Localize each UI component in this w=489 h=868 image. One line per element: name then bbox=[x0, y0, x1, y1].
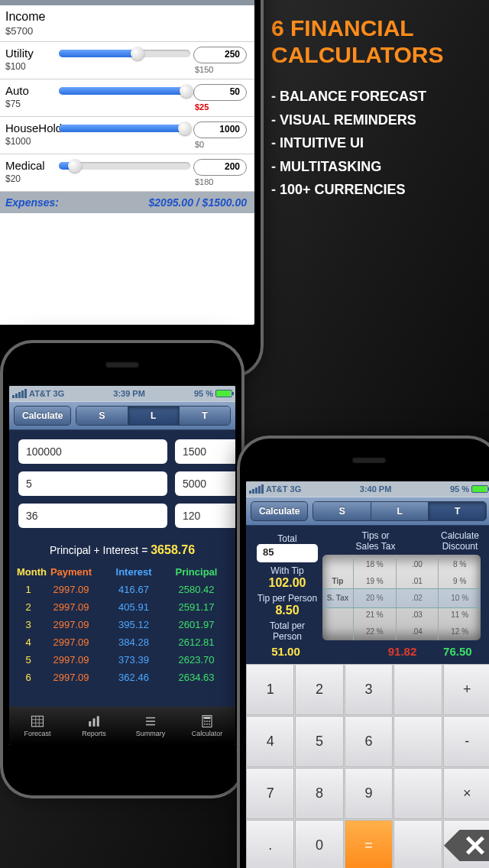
bullet: 100+ CURRENCIES bbox=[271, 178, 470, 202]
bullet: BALANCE FORECAST bbox=[271, 85, 470, 108]
expenses-summary: Expenses: $2095.00 / $1500.00 bbox=[0, 192, 254, 213]
bottom-tabbar: Forecast Reports Summary Calculator bbox=[9, 707, 235, 745]
key-9[interactable]: 9 bbox=[345, 768, 393, 819]
key-.[interactable]: . bbox=[246, 820, 294, 868]
tip-pp-value: 8.50 bbox=[257, 604, 318, 617]
svg-point-13 bbox=[204, 721, 206, 722]
svg-rect-12 bbox=[204, 717, 211, 719]
principal-interest-line: Principal + Interest = 3658.76 bbox=[9, 537, 235, 563]
key-blank bbox=[393, 768, 442, 819]
key-blank bbox=[393, 664, 442, 715]
budget-row[interactable]: Medical$20 200$180 bbox=[0, 154, 254, 192]
loan-input[interactable] bbox=[175, 504, 235, 528]
key-5[interactable]: 5 bbox=[295, 716, 343, 767]
key-blank bbox=[393, 716, 442, 767]
marketing-bullets: BALANCE FORECAST VISUAL REMINDERS INTUIT… bbox=[271, 85, 470, 202]
income-row[interactable]: Income $5700 bbox=[0, 5, 254, 42]
budget-row[interactable]: Auto$75 50$25 bbox=[0, 79, 254, 117]
remaining-value: $180 bbox=[193, 177, 247, 186]
col-payment: Payment bbox=[40, 566, 102, 578]
keypad: 123+456-789×.0= bbox=[246, 664, 489, 868]
loan-input[interactable] bbox=[175, 471, 235, 496]
seg-s[interactable]: S bbox=[76, 406, 128, 425]
amort-row: 62997.09362.462634.63 bbox=[17, 669, 228, 686]
budget-input[interactable]: 200 bbox=[193, 159, 247, 176]
budget-row[interactable]: HouseHold$1000 1000$0 bbox=[0, 117, 254, 154]
category-name: Utility bbox=[5, 47, 56, 60]
col-month: Month bbox=[17, 566, 40, 578]
category-name: HouseHold bbox=[5, 121, 56, 134]
calculate-button[interactable]: Calculate bbox=[251, 501, 308, 521]
budget-slider[interactable] bbox=[59, 162, 190, 170]
budget-input[interactable]: 250 bbox=[193, 47, 247, 63]
seg-l[interactable]: L bbox=[128, 406, 180, 425]
key-6[interactable]: 6 bbox=[345, 716, 393, 767]
seg-l[interactable]: L bbox=[371, 502, 429, 520]
amort-row: 42997.09384.282612.81 bbox=[17, 633, 228, 651]
loan-input[interactable] bbox=[18, 504, 167, 528]
amort-row: 22997.09405.912591.17 bbox=[17, 598, 228, 616]
tab-summary[interactable]: Summary bbox=[122, 707, 179, 745]
key-2[interactable]: 2 bbox=[295, 664, 343, 715]
budget-input[interactable]: 50 bbox=[193, 84, 247, 101]
seg-t[interactable]: T bbox=[180, 406, 230, 425]
svg-rect-5 bbox=[89, 721, 91, 727]
amort-row: 12997.09416.672580.42 bbox=[17, 581, 228, 598]
status-bar: AT&T 3G 3:40 PM 95 % bbox=[246, 481, 489, 497]
budget-row[interactable]: Utility$100 250$150 bbox=[0, 42, 254, 79]
key-=[interactable]: = bbox=[345, 820, 393, 868]
svg-point-18 bbox=[209, 724, 210, 725]
category-name: Auto bbox=[5, 84, 56, 97]
rate-picker[interactable]: TipS. Tax18 %19 %20 %21 %22 %.00.01.02.0… bbox=[322, 555, 481, 640]
income-value: $5700 bbox=[5, 25, 247, 37]
budget-slider[interactable] bbox=[59, 87, 190, 95]
key-×[interactable]: × bbox=[443, 768, 489, 819]
key-4[interactable]: 4 bbox=[246, 716, 294, 767]
key-7[interactable]: 7 bbox=[246, 768, 294, 819]
calculate-button[interactable]: Calculate bbox=[14, 406, 71, 426]
svg-point-14 bbox=[206, 721, 208, 722]
income-label: Income bbox=[5, 10, 247, 24]
amort-row: 52997.09373.392623.70 bbox=[17, 651, 228, 669]
battery-icon bbox=[471, 485, 488, 493]
tab-reports[interactable]: Reports bbox=[66, 707, 122, 745]
result-green: 76.50 bbox=[430, 645, 485, 658]
key-backspace[interactable] bbox=[443, 820, 489, 868]
tab-calculator[interactable]: Calculator bbox=[179, 707, 235, 745]
marketing-title: 6 FINANCIALCALCULATORS bbox=[271, 15, 470, 68]
expenses-value: $2095.00 / $1500.00 bbox=[149, 196, 247, 209]
col-principal: Principal bbox=[165, 566, 228, 578]
svg-point-16 bbox=[204, 724, 206, 725]
key-+[interactable]: + bbox=[443, 664, 489, 715]
budget-slider[interactable] bbox=[59, 50, 190, 57]
svg-point-17 bbox=[206, 724, 208, 725]
loan-input[interactable] bbox=[18, 471, 167, 496]
loan-input[interactable] bbox=[18, 439, 167, 464]
total-pp-value: 51.00 bbox=[252, 645, 319, 658]
key-8[interactable]: 8 bbox=[295, 768, 343, 819]
total-input[interactable]: 85 bbox=[257, 544, 318, 562]
tip-pp-label: Tip per Person bbox=[257, 593, 318, 604]
budget-slider[interactable] bbox=[59, 125, 190, 132]
key--[interactable]: - bbox=[443, 716, 489, 767]
category-value: $100 bbox=[5, 61, 56, 72]
tips-tax-label: Tips or Sales Tax bbox=[322, 530, 429, 552]
key-0[interactable]: 0 bbox=[295, 820, 343, 868]
discount-label: Calculate Discount bbox=[433, 530, 487, 552]
period-bar: Actual ◀ Dec 2010 ▶ Budget bbox=[0, 0, 254, 5]
tab-forecast[interactable]: Forecast bbox=[9, 707, 66, 745]
key-1[interactable]: 1 bbox=[246, 664, 294, 715]
seg-t[interactable]: T bbox=[429, 502, 486, 520]
key-3[interactable]: 3 bbox=[345, 664, 393, 715]
expenses-label: Expenses: bbox=[5, 196, 59, 209]
budget-input[interactable]: 1000 bbox=[193, 121, 247, 138]
seg-s[interactable]: S bbox=[313, 502, 371, 520]
bullet: MULTITASKING bbox=[271, 155, 470, 179]
loan-input[interactable] bbox=[175, 439, 235, 464]
result-red: 91.82 bbox=[374, 645, 429, 658]
category-value: $1000 bbox=[5, 136, 56, 147]
remaining-value: $150 bbox=[193, 65, 247, 74]
svg-rect-7 bbox=[97, 716, 99, 727]
battery-icon bbox=[215, 390, 232, 397]
category-value: $20 bbox=[5, 173, 56, 184]
